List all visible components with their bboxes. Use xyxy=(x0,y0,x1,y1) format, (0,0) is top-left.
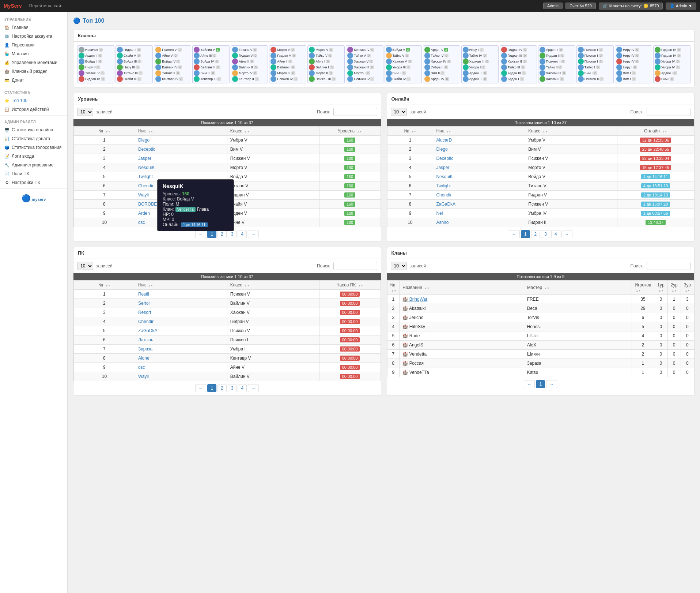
pk-page-4[interactable]: 4 xyxy=(238,384,247,392)
level-search-input[interactable] xyxy=(333,108,377,116)
online-nick-cell[interactable]: Deceptic xyxy=(433,154,525,163)
sidebar-item-online-stats[interactable]: Статистика онлайна xyxy=(0,125,67,134)
online-nick-cell[interactable]: Chendir xyxy=(433,191,525,200)
online-page-1[interactable]: 1 xyxy=(521,230,530,238)
clans-col-lvl2[interactable]: 2ур ▲▼ xyxy=(667,281,681,295)
clans-page-1[interactable]: 1 xyxy=(536,380,545,388)
clans-col-name[interactable]: Название ▲▼ xyxy=(400,281,524,295)
sidebar-item-donate[interactable]: Донат xyxy=(0,76,67,85)
online-page-next[interactable]: → xyxy=(561,230,572,238)
level-col-nick[interactable]: Ник ▲▼ xyxy=(135,127,227,136)
pk-col-num[interactable]: № ▲▼ xyxy=(74,281,135,290)
pk-page-prev[interactable]: ← xyxy=(195,384,206,392)
level-records-select[interactable]: 102550 xyxy=(77,108,93,116)
sidebar-item-settings[interactable]: Настройки аккаунта xyxy=(0,32,67,41)
sidebar-item-donate-stats[interactable]: Статистика доната xyxy=(0,134,67,143)
level-nick-cell[interactable]: Deceptic xyxy=(135,145,227,154)
online-nick-cell[interactable]: ZaGaDkA xyxy=(433,200,525,209)
pk-page-next[interactable]: → xyxy=(248,384,259,392)
online-page-4[interactable]: 4 xyxy=(551,230,560,238)
level-col-level[interactable]: Уровень ▲▼ xyxy=(319,127,381,136)
pk-col-class[interactable]: Класс ▲▼ xyxy=(227,281,319,290)
online-col-nick[interactable]: Ник ▲▼ xyxy=(433,127,525,136)
pk-col-pk[interactable]: Часов ПК ▲▼ xyxy=(319,281,381,290)
pk-nick-cell[interactable]: Restil xyxy=(135,290,227,299)
pk-nick-cell[interactable]: ZaGaDkA xyxy=(135,326,227,335)
online-nick-cell[interactable]: Nel xyxy=(433,209,525,218)
clans-col-lvl3[interactable]: 3ур ▲▼ xyxy=(681,281,694,295)
sidebar-item-top[interactable]: Топ 100 xyxy=(0,96,67,105)
shop-icon xyxy=(4,51,10,56)
clan-name: 🏰 Rude xyxy=(402,333,420,338)
nav-link[interactable]: Перейти на сайт xyxy=(29,3,543,8)
pk-nick-cell[interactable]: Chendir xyxy=(135,317,227,326)
sidebar-item-clan[interactable]: Клановый раздел xyxy=(0,67,67,76)
online-page-prev[interactable]: ← xyxy=(509,230,520,238)
pk-page-2[interactable]: 2 xyxy=(217,384,227,392)
online-col-class[interactable]: Класс ▲▼ xyxy=(525,127,617,136)
level-page-3[interactable]: 3 xyxy=(228,230,237,238)
account-btn[interactable]: Счет № 529 xyxy=(565,3,596,9)
pk-time-cell: 00:00:00 xyxy=(319,354,381,363)
sidebar-item-pc-settings[interactable]: Настройки ПК xyxy=(0,178,67,187)
level-nick-cell[interactable]: Diego xyxy=(135,136,227,145)
pk-nick-cell[interactable]: Sertol xyxy=(135,299,227,308)
sidebar-item-home[interactable]: Главная xyxy=(0,23,67,32)
clan-name-link[interactable]: 🏰 BringWar xyxy=(402,297,427,302)
online-nick-cell[interactable]: Twilight xyxy=(433,181,525,191)
pk-nick-cell[interactable]: Wayli xyxy=(135,372,227,381)
online-search-input[interactable] xyxy=(647,108,690,116)
level-nick-cell[interactable]: Jasper xyxy=(135,154,227,163)
online-nick-cell[interactable]: Ashiro xyxy=(433,218,525,227)
level-page-2[interactable]: 2 xyxy=(217,230,227,238)
level-page-4[interactable]: 4 xyxy=(238,230,247,238)
clans-col-players[interactable]: Игроков ▲▼ xyxy=(632,281,654,295)
pk-nick-cell[interactable]: Resort xyxy=(135,308,227,317)
pk-nick-cell[interactable]: Латынь xyxy=(135,335,227,345)
sidebar-item-admin[interactable]: Администрирование xyxy=(0,161,67,169)
online-page-3[interactable]: 3 xyxy=(541,230,550,238)
online-nick-cell[interactable]: Jasper xyxy=(433,163,525,172)
online-col-num[interactable]: № ▲▼ xyxy=(387,127,433,136)
clans-col-num[interactable]: № ▲▼ xyxy=(387,281,400,295)
pk-page-1[interactable]: 1 xyxy=(207,384,216,392)
pk-col-nick[interactable]: Ник ▲▼ xyxy=(135,281,227,290)
sidebar-item-vote-stats[interactable]: Статистика голосования xyxy=(0,143,67,152)
sidebar-item-chars[interactable]: Персонажи xyxy=(0,41,67,49)
pk-search-input[interactable] xyxy=(333,262,377,270)
clans-records-select[interactable]: 102550 xyxy=(391,262,407,270)
online-col-online[interactable]: Онлайн ▲▼ xyxy=(617,127,694,136)
user-menu-btn[interactable]: 👤 Admin ▼ xyxy=(666,3,696,10)
pk-nick-cell[interactable]: Alone xyxy=(135,354,227,363)
clans-page-prev[interactable]: ← xyxy=(524,380,535,388)
clans-search-input[interactable] xyxy=(647,262,690,270)
online-nick-cell[interactable]: AlucarD xyxy=(433,136,525,145)
online-nick-cell[interactable]: Diego xyxy=(433,145,525,154)
level-col-num[interactable]: № ▲▼ xyxy=(74,127,135,136)
sidebar-item-coins[interactable]: Управление монетами xyxy=(0,58,67,67)
level-nick-cell[interactable]: NesquiK xyxy=(135,163,227,172)
sidebar-item-shop[interactable]: Магазин xyxy=(0,49,67,58)
clans-pagination: ← 1 → xyxy=(387,377,695,391)
online-nick-cell[interactable]: NesquiK xyxy=(433,172,525,181)
level-col-class[interactable]: Класс ▲▼ xyxy=(227,127,319,136)
clans-col-master[interactable]: Мастер ▲▼ xyxy=(524,281,632,295)
level-page-prev[interactable]: ← xyxy=(195,230,206,238)
pk-records-label: записей xyxy=(96,263,113,269)
sidebar-item-login-log[interactable]: Логи входа xyxy=(0,152,67,161)
level-page-next[interactable]: → xyxy=(248,230,259,238)
pk-table: № ▲▼ Ник ▲▼ Класс ▲▼ Часов ПК ▲▼ 1 Resti… xyxy=(73,280,381,381)
sidebar-item-history[interactable]: История действий xyxy=(0,105,67,114)
gear-icon xyxy=(4,34,10,39)
online-page-2[interactable]: 2 xyxy=(531,230,540,238)
level-page-1[interactable]: 1 xyxy=(207,230,216,238)
admin-btn[interactable]: Admin xyxy=(543,3,563,9)
pk-records-select[interactable]: 102550 xyxy=(77,262,93,270)
sidebar-item-pk[interactable]: Поли ПК xyxy=(0,169,67,178)
clans-col-lvl1[interactable]: 1ур ▲▼ xyxy=(654,281,667,295)
pk-nick-cell[interactable]: Зараза xyxy=(135,345,227,354)
pk-nick-cell[interactable]: dsc xyxy=(135,363,227,372)
online-records-select[interactable]: 102550 xyxy=(391,108,407,116)
pk-page-3[interactable]: 3 xyxy=(228,384,237,392)
clans-page-next[interactable]: → xyxy=(546,380,557,388)
